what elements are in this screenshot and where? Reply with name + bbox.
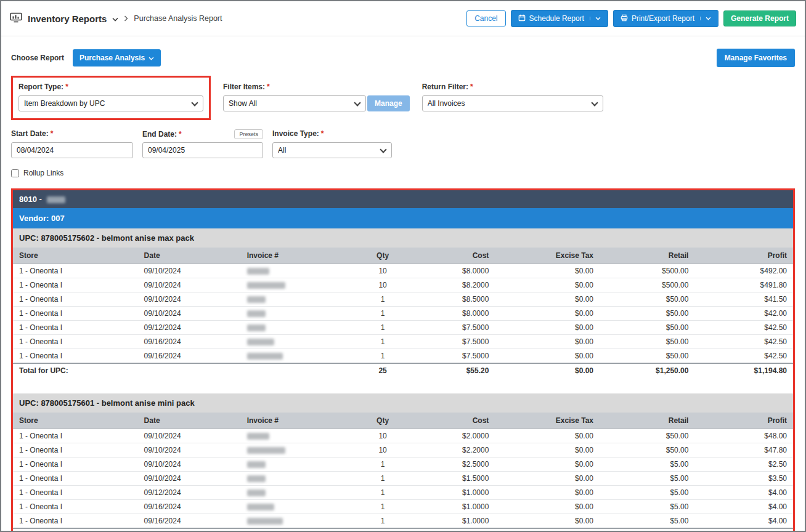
cell-cost: $7.5000 xyxy=(405,335,495,349)
cell-cost: $8.5000 xyxy=(405,292,495,307)
cell-qty: 1 xyxy=(360,349,405,364)
cell-cost: $1.0000 xyxy=(405,500,495,514)
vendor-header-bar: Vendor: 007 xyxy=(13,208,793,228)
cell-cost: $1.0000 xyxy=(405,514,495,529)
cell-qty: 1 xyxy=(360,307,405,321)
cell-invoice xyxy=(241,264,360,278)
cell-store: 1 - Oneonta I xyxy=(13,429,138,443)
column-header-excise-tax: Excise Tax xyxy=(495,248,600,264)
cell-qty: 10 xyxy=(360,264,405,278)
cell-invoice xyxy=(241,335,360,349)
required-asterisk: * xyxy=(51,129,54,138)
return-filter-select[interactable]: All Invoices xyxy=(422,95,603,111)
table-row: 1 - Oneonta I09/10/202410$2.2000$0.00$50… xyxy=(13,443,793,457)
redacted-invoice-number xyxy=(247,475,266,482)
dates-row: Start Date:* End Date:* Presets Invoice … xyxy=(11,129,795,158)
invoice-type-label: Invoice Type:* xyxy=(272,129,392,138)
breadcrumb: Purchase Analysis Report xyxy=(134,14,222,23)
cell-store: 1 - Oneonta I xyxy=(13,472,138,486)
report-type-select[interactable]: Item Breakdown by UPC xyxy=(18,95,203,111)
manage-favorites-button[interactable]: Manage Favorites xyxy=(717,49,795,67)
cell-invoice xyxy=(241,429,360,443)
cell-date: 09/12/2024 xyxy=(138,321,241,335)
cell-qty: 1 xyxy=(360,514,405,529)
report-selector-dropdown[interactable]: Purchase Analysis xyxy=(73,49,161,66)
rollup-links-checkbox[interactable] xyxy=(11,169,19,177)
redacted-invoice-number xyxy=(247,310,266,317)
total-cell: $0.00 xyxy=(495,363,600,377)
cell-retail: $50.00 xyxy=(600,335,694,349)
cell-invoice xyxy=(241,500,360,514)
redacted-invoice-number xyxy=(247,353,283,360)
chevron-down-icon[interactable] xyxy=(700,17,711,20)
cell-profit: $42.50 xyxy=(694,321,793,335)
column-header-cost: Cost xyxy=(405,248,495,264)
table-row: 1 - Oneonta I09/10/202410$8.0000$0.00$50… xyxy=(13,264,793,278)
invoice-type-select[interactable]: All xyxy=(272,142,392,158)
presets-button[interactable]: Presets xyxy=(234,129,263,139)
redacted-invoice-number xyxy=(247,490,266,496)
chevron-down-icon[interactable] xyxy=(112,13,118,24)
report-type-label: Report Type:* xyxy=(18,83,203,91)
return-filter-field: Return Filter:* All Invoices xyxy=(422,83,603,111)
chevron-down-icon[interactable] xyxy=(590,17,601,20)
cell-invoice xyxy=(241,292,360,307)
cell-profit: $4.00 xyxy=(694,514,793,529)
calendar-icon xyxy=(518,14,526,23)
table-row: 1 - Oneonta I09/10/20241$8.5000$0.00$50.… xyxy=(13,292,793,307)
cell-invoice xyxy=(241,472,360,486)
cell-excise-tax: $0.00 xyxy=(495,457,600,472)
column-header-profit: Profit xyxy=(694,413,793,429)
breadcrumb-separator-icon xyxy=(124,13,128,24)
print-export-button[interactable]: Print/Export Report xyxy=(613,10,718,27)
cell-qty: 10 xyxy=(360,443,405,457)
total-cell: $125.00 xyxy=(600,528,694,532)
cell-excise-tax: $0.00 xyxy=(495,321,600,335)
cell-profit: $42.50 xyxy=(694,349,793,364)
cell-cost: $8.2000 xyxy=(405,278,495,292)
generate-report-button[interactable]: Generate Report xyxy=(723,10,796,26)
cell-cost: $7.5000 xyxy=(405,349,495,364)
upc-title-bar: UPC: 878005175601 - belmont anise mini p… xyxy=(13,393,793,413)
cell-date: 09/16/2024 xyxy=(138,500,241,514)
schedule-report-button[interactable]: Schedule Report xyxy=(511,10,608,27)
end-date-input[interactable] xyxy=(142,142,263,158)
total-row: Total for UPC:25$55.20$0.00$1,250.00$1,1… xyxy=(13,363,793,377)
redacted-group-name xyxy=(47,196,65,203)
report-annotation-box: 8010 - Vendor: 007 UPC: 878005175602 - b… xyxy=(11,188,795,532)
total-row: Total for UPC:25$11.20$0.00$125.00$113.8… xyxy=(13,528,793,532)
cell-profit: $42.00 xyxy=(694,307,793,321)
cell-retail: $500.00 xyxy=(600,264,694,278)
cell-profit: $42.50 xyxy=(694,335,793,349)
cell-retail: $5.00 xyxy=(600,486,694,500)
cell-excise-tax: $0.00 xyxy=(495,335,600,349)
group-header-bar: 8010 - xyxy=(13,190,793,208)
cell-cost: $8.0000 xyxy=(405,264,495,278)
report-type-field: Report Type:* Item Breakdown by UPC xyxy=(18,83,203,111)
manage-button[interactable]: Manage xyxy=(367,95,410,111)
column-header-date: Date xyxy=(138,413,241,429)
required-asterisk: * xyxy=(179,130,182,139)
total-label: Total for UPC: xyxy=(13,363,360,377)
filter-items-select[interactable]: Show All xyxy=(223,95,366,111)
cell-cost: $2.2000 xyxy=(405,443,495,457)
required-asterisk: * xyxy=(65,83,68,91)
reports-menu[interactable]: Inventory Reports xyxy=(28,14,107,24)
top-bar: Inventory Reports Purchase Analysis Repo… xyxy=(1,1,805,36)
cell-cost: $1.5000 xyxy=(405,472,495,486)
table-row: 1 - Oneonta I09/16/20241$7.5000$0.00$50.… xyxy=(13,349,793,364)
cell-profit: $4.00 xyxy=(694,500,793,514)
cell-excise-tax: $0.00 xyxy=(495,349,600,364)
cell-retail: $50.00 xyxy=(600,429,694,443)
main-content: Choose Report Purchase Analysis Manage F… xyxy=(1,49,805,532)
cell-invoice xyxy=(241,443,360,457)
cell-excise-tax: $0.00 xyxy=(495,264,600,278)
redacted-invoice-number xyxy=(247,268,269,275)
cell-date: 09/10/2024 xyxy=(138,443,241,457)
end-date-label: End Date:* xyxy=(142,130,182,139)
cancel-button[interactable]: Cancel xyxy=(466,10,505,26)
upc-section: UPC: 878005175602 - belmont anise max pa… xyxy=(13,228,793,377)
printer-icon xyxy=(621,14,628,23)
redacted-invoice-number xyxy=(247,518,283,525)
start-date-input[interactable] xyxy=(11,142,133,158)
